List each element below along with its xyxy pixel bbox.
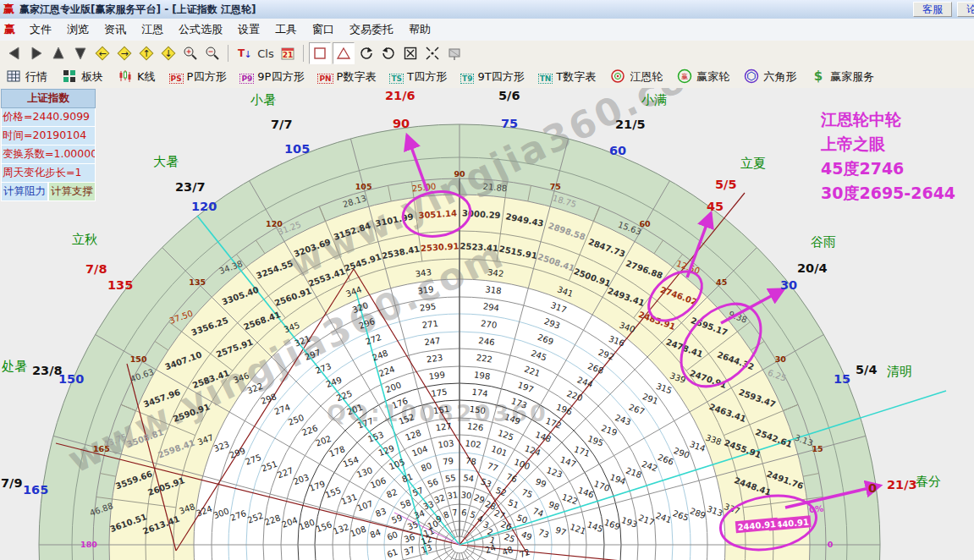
svg-text:$: $ bbox=[814, 69, 823, 84]
screen-icon[interactable] bbox=[444, 43, 465, 63]
degree-ring-label: 75 bbox=[550, 182, 561, 191]
calc-resistance-button[interactable]: 计算阻力 bbox=[1, 183, 48, 201]
support-button[interactable]: 客服 bbox=[913, 2, 952, 17]
dia-right-icon[interactable]: → bbox=[114, 43, 135, 63]
gann-note-line: 45度2746 bbox=[821, 159, 904, 178]
menu-item-江恩[interactable]: 江恩 bbox=[134, 19, 171, 40]
outer-label: 30 bbox=[780, 278, 797, 292]
menu-logo-icon: 赢 bbox=[4, 22, 15, 37]
ribbon-item-K线[interactable]: K线 bbox=[117, 68, 156, 87]
square-icon[interactable] bbox=[309, 42, 331, 64]
degree-ring-label: 45 bbox=[716, 277, 727, 287]
ribbon-item-T四方形[interactable]: TST四方形 bbox=[389, 69, 447, 85]
calendar-icon[interactable]: 21 bbox=[278, 43, 298, 63]
outer-label: 75 bbox=[501, 117, 518, 130]
toolbar-ribbon: 行情板块K线PSP四方形P99P四方形PNP数字表TST四方形T99T四方形TN… bbox=[0, 66, 974, 89]
tri-right-icon[interactable] bbox=[26, 43, 47, 63]
ribbon-item-赢家轮[interactable]: 赢赢家轮 bbox=[676, 68, 729, 87]
degree-ring-label: 0 bbox=[828, 540, 834, 549]
menu-item-文件[interactable]: 文件 bbox=[22, 19, 59, 40]
menu-item-资讯[interactable]: 资讯 bbox=[96, 19, 134, 40]
tri-up-icon[interactable] bbox=[48, 43, 69, 63]
degree-ring-label: 30 bbox=[775, 354, 787, 364]
calc-support-button[interactable]: 计算支撑 bbox=[48, 183, 96, 201]
ribbon-item-T数字表[interactable]: TNT数字表 bbox=[538, 69, 597, 85]
contract-icon[interactable] bbox=[422, 43, 443, 63]
badge-T9-icon: T9 bbox=[460, 71, 474, 84]
dia-left-icon[interactable]: ← bbox=[92, 43, 113, 63]
degree-ring-label: 180 bbox=[80, 540, 97, 549]
outer-label: 60 bbox=[609, 144, 626, 157]
triangle-icon[interactable] bbox=[333, 42, 355, 64]
gann-wheel[interactable]: www.yingjia360.comwww.yingjia360.comQQ:1… bbox=[0, 88, 974, 560]
outer-label: 5/6 bbox=[498, 89, 520, 102]
outer-label: 立秋 bbox=[72, 232, 97, 247]
svg-text:↓: ↓ bbox=[244, 49, 251, 60]
spiral-number: 79 bbox=[443, 456, 454, 467]
ribbon-item-板块[interactable]: 板块 bbox=[61, 68, 103, 87]
outer-label: 7/7 bbox=[271, 118, 292, 131]
outer-label: 20/4 bbox=[797, 261, 828, 275]
blocks-icon bbox=[61, 68, 78, 87]
dia-up-icon[interactable]: ↑ bbox=[136, 43, 157, 63]
gann-note-line: 30度2695-2644 bbox=[821, 184, 955, 202]
ribbon-item-9T四方形[interactable]: T99T四方形 bbox=[460, 69, 525, 85]
degree-ring-label: 150 bbox=[130, 354, 147, 364]
hexagon-icon bbox=[743, 68, 760, 87]
quote-row-2: 变换系数=1.00000 bbox=[1, 145, 96, 164]
rotate-cw-icon[interactable] bbox=[378, 43, 399, 63]
cls-button[interactable]: Cls bbox=[256, 43, 276, 63]
outer-label: 小暑 bbox=[250, 92, 276, 107]
degree-ring-label: 15 bbox=[812, 444, 823, 453]
ribbon-item-六角形[interactable]: 六角形 bbox=[743, 68, 796, 87]
svg-text:赢: 赢 bbox=[681, 73, 688, 80]
quote-panel: 上证指数 价格=2440.9099时间=20190104变换系数=1.00000… bbox=[1, 89, 96, 201]
tri-left-icon[interactable] bbox=[4, 43, 25, 63]
zoom-out-icon[interactable] bbox=[202, 43, 223, 63]
menu-item-浏览[interactable]: 浏览 bbox=[59, 19, 96, 40]
menu-bar: 赢 文件浏览资讯江恩公式选股设置工具窗口交易委托帮助 bbox=[0, 19, 974, 41]
ribbon-item-P四方形[interactable]: PSP四方形 bbox=[169, 69, 227, 85]
outer-label: 谷雨 bbox=[811, 234, 836, 250]
menu-item-设置[interactable]: 设置 bbox=[230, 19, 267, 40]
forum-button[interactable]: 论坛 bbox=[957, 2, 974, 17]
target-icon bbox=[609, 68, 626, 87]
xbox-icon[interactable] bbox=[400, 43, 421, 63]
svg-text:←: ← bbox=[98, 48, 106, 59]
ribbon-item-9P四方形[interactable]: P99P四方形 bbox=[239, 69, 304, 85]
ribbon-item-P数字表[interactable]: PNP数字表 bbox=[317, 69, 376, 85]
quote-panel-title: 上证指数 bbox=[1, 89, 96, 108]
titlebar-buttons: 客服论坛 bbox=[913, 2, 974, 17]
zoom-in-icon[interactable] bbox=[180, 43, 201, 63]
ribbon-item-行情[interactable]: 行情 bbox=[5, 68, 47, 87]
quote-row-1: 时间=20190104 bbox=[1, 127, 96, 145]
gann-note-line: 江恩轮中轮 bbox=[820, 110, 902, 129]
menu-item-帮助[interactable]: 帮助 bbox=[401, 19, 438, 40]
outer-label: 165 bbox=[23, 483, 48, 497]
rotate-ccw-icon[interactable] bbox=[356, 43, 377, 63]
quote-panel-rows: 价格=2440.9099时间=20190104变换系数=1.00000周天变化步… bbox=[1, 108, 96, 183]
gann-note-line: 上帝之眼 bbox=[820, 135, 886, 153]
menu-item-交易委托[interactable]: 交易委托 bbox=[342, 19, 401, 40]
gann-wheel-chart-area[interactable]: www.yingjia360.comwww.yingjia360.comQQ:1… bbox=[0, 88, 974, 560]
toolbar-separator bbox=[303, 45, 304, 62]
dia-down-icon[interactable]: ↓ bbox=[158, 43, 179, 63]
kline-icon bbox=[117, 68, 134, 87]
spiral-number: 78 bbox=[465, 456, 476, 467]
svg-text:↑: ↑ bbox=[142, 48, 150, 59]
spiral-number: 55 bbox=[444, 473, 456, 484]
spiral-number: 54 bbox=[463, 473, 475, 484]
ribbon-item-江恩轮[interactable]: 江恩轮 bbox=[609, 68, 663, 87]
menu-item-窗口[interactable]: 窗口 bbox=[305, 19, 342, 40]
degree-ring-label: 135 bbox=[189, 277, 206, 287]
outer-label: 7/9 bbox=[1, 476, 22, 490]
ribbon-item-赢家服务[interactable]: $赢家服务 bbox=[810, 68, 874, 87]
menu-item-公式选股[interactable]: 公式选股 bbox=[171, 19, 230, 40]
svg-text:→: → bbox=[120, 48, 128, 59]
menu-item-工具[interactable]: 工具 bbox=[267, 19, 305, 40]
outer-label: 大暑 bbox=[153, 154, 179, 169]
tri-down-icon[interactable] bbox=[70, 43, 91, 63]
outer-label: 立夏 bbox=[740, 156, 766, 171]
badge-TN-icon: TN bbox=[538, 71, 553, 84]
t-adjust-icon[interactable]: T↓ bbox=[234, 43, 254, 63]
